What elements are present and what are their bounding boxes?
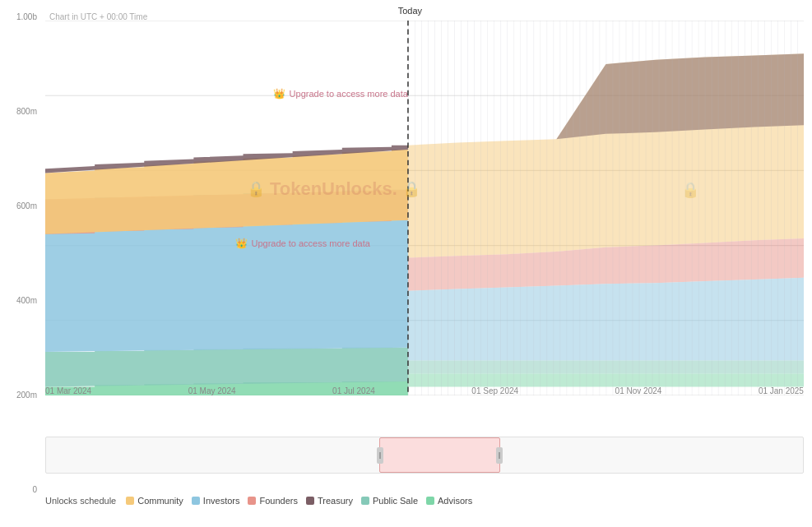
legend-item-public-sale: Public Sale xyxy=(361,496,418,506)
minimap-handle-left[interactable]: ‖ xyxy=(377,447,383,464)
legend-item-investors: Investors xyxy=(192,496,240,506)
y-label-600m: 600m xyxy=(0,201,41,210)
y-label-200m: 200m xyxy=(0,391,41,400)
y-label-0: 0 xyxy=(0,485,41,494)
upgrade-badge-top[interactable]: 👑 Upgrade to access more data xyxy=(273,88,408,99)
y-label-400m: 400m xyxy=(0,296,41,305)
legend-item-community: Community xyxy=(126,496,183,506)
x-label-jul: 01 Jul 2024 xyxy=(332,386,375,395)
y-label-800m: 800m xyxy=(0,107,41,116)
chart-area: Chart in UTC + 00:00 Time xyxy=(45,8,804,428)
minimap-handle-right[interactable]: ‖ xyxy=(496,447,503,464)
x-label-may: 01 May 2024 xyxy=(188,386,236,395)
legend-label-founders: Founders xyxy=(259,496,297,506)
legend-dot-treasury xyxy=(306,497,314,505)
legend-title: Unlocks schedule xyxy=(45,496,116,506)
x-axis: 01 Mar 2024 01 May 2024 01 Jul 2024 01 S… xyxy=(45,371,804,395)
y-axis: 0 200m 400m 600m 800m 1.00b xyxy=(0,12,41,494)
legend: Unlocks schedule Community Investors Fou… xyxy=(45,478,804,523)
x-label-nov: 01 Nov 2024 xyxy=(615,386,662,395)
legend-dot-community xyxy=(126,497,134,505)
x-label-jan: 01 Jan 2025 xyxy=(759,386,804,395)
upgrade-badge-bottom[interactable]: 👑 Upgrade to access more data xyxy=(235,238,370,249)
legend-label-treasury: Treasury xyxy=(318,496,353,506)
legend-item-treasury: Treasury xyxy=(306,496,353,506)
legend-dot-founders xyxy=(248,497,256,505)
watermark-right: 🔒 xyxy=(681,178,699,200)
upgrade-text-bottom[interactable]: Upgrade to access more data xyxy=(252,238,370,248)
x-label-mar: 01 Mar 2024 xyxy=(45,386,91,395)
legend-label-community: Community xyxy=(137,496,183,506)
today-label: Today xyxy=(398,6,422,16)
minimap[interactable]: ‖ ‖ xyxy=(45,437,804,474)
legend-item-founders: Founders xyxy=(248,496,297,506)
legend-dot-public-sale xyxy=(361,497,369,505)
watermark-left: 🔒 TokenUnlocks. 🔒 xyxy=(247,178,420,200)
legend-dot-advisors xyxy=(426,497,434,505)
crown-icon-top: 👑 xyxy=(273,88,285,99)
minimap-selection[interactable]: ‖ ‖ xyxy=(379,437,500,473)
legend-label-advisors: Advisors xyxy=(438,496,472,506)
legend-label-investors: Investors xyxy=(203,496,240,506)
legend-item-advisors: Advisors xyxy=(426,496,472,506)
legend-dot-investors xyxy=(192,497,200,505)
y-label-1b: 1.00b xyxy=(0,12,41,21)
upgrade-text-top[interactable]: Upgrade to access more data xyxy=(290,89,408,99)
chart-inner: Today 👑 Upgrade to access more data 👑 Up… xyxy=(45,21,804,395)
crown-icon-bottom: 👑 xyxy=(235,238,248,249)
x-label-sep: 01 Sep 2024 xyxy=(471,386,518,395)
legend-label-public-sale: Public Sale xyxy=(373,496,418,506)
chart-svg xyxy=(45,21,804,395)
chart-container: 0 200m 400m 600m 800m 1.00b Chart in UTC… xyxy=(0,0,812,527)
svg-rect-7 xyxy=(408,21,804,395)
